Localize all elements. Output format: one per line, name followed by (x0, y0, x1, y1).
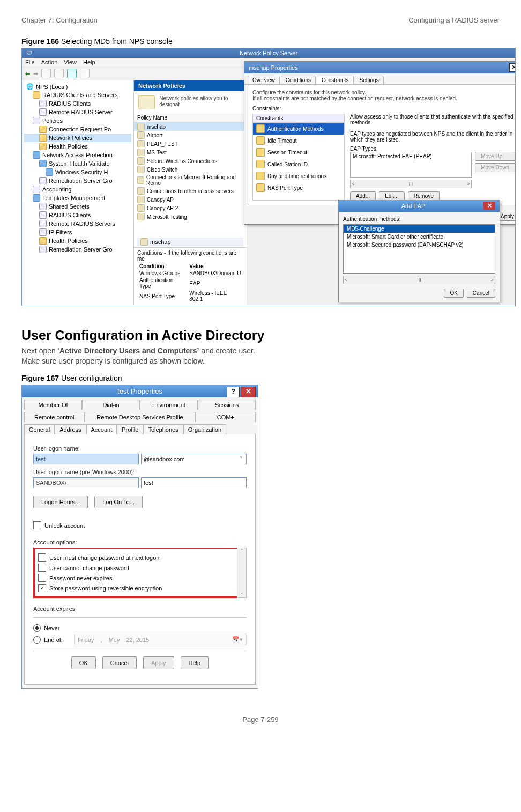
move-up-button[interactable]: Move Up (475, 152, 515, 161)
menu-help[interactable]: Help (83, 59, 95, 65)
tree-item[interactable]: Templates Management (24, 194, 131, 202)
toolbar-icon-3[interactable] (80, 69, 90, 78)
tab-conditions[interactable]: Conditions (281, 76, 316, 84)
ok-button[interactable]: OK (444, 289, 463, 298)
end-of-radio[interactable] (33, 636, 41, 644)
tree-item[interactable]: Remediation Server Gro (24, 245, 131, 254)
policy-item[interactable]: Connections to Microsoft Routing and Rem… (134, 174, 247, 187)
forward-icon[interactable]: ➡ (33, 70, 38, 77)
tree-item[interactable]: Remote RADIUS Server (24, 108, 131, 116)
tree-item[interactable]: RADIUS Clients (24, 211, 131, 219)
pre2000-user-input[interactable]: test (141, 477, 247, 488)
tab-settings[interactable]: Settings (355, 76, 384, 84)
policy-item[interactable]: Airport (134, 131, 247, 139)
tab-member-of[interactable]: Member Of (24, 400, 82, 410)
policy-item[interactable]: Canopy AP (134, 195, 247, 204)
tree-root[interactable]: 🌐NPS (Local) (24, 83, 131, 91)
logon-hours-button[interactable]: Logon Hours... (33, 496, 88, 508)
tab-organization[interactable]: Organization (183, 424, 226, 434)
eap-type-item[interactable]: Microsoft: Protected EAP (PEAP) (353, 153, 469, 159)
logon-domain-dropdown[interactable]: @sandbox.com (141, 454, 247, 464)
policy-item[interactable]: Connections to other access servers (134, 187, 247, 195)
close-icon[interactable]: ✕ (483, 202, 495, 210)
auth-methods-list[interactable]: MD5-Challenge Microsoft: Smart Card or o… (343, 224, 495, 274)
tree-item[interactable]: Policies (24, 116, 131, 125)
menu-file[interactable]: File (25, 59, 35, 65)
tab-rd-services-profile[interactable]: Remote Desktop Services Profile (85, 412, 196, 422)
policy-item[interactable]: Secure Wireless Connections (134, 157, 247, 165)
policy-item[interactable]: Canopy AP 2 (134, 204, 247, 212)
tab-environment[interactable]: Environment (140, 400, 198, 410)
opt-checkbox[interactable] (38, 553, 46, 562)
options-scrollbar[interactable]: ˄˅ (237, 548, 247, 598)
tab-overview[interactable]: Overview (248, 76, 280, 84)
tab-telephones[interactable]: Telephones (143, 424, 183, 434)
auth-method-mschap[interactable]: Microsoft: Secured password (EAP-MSCHAP … (344, 241, 495, 249)
tree-item-network-policies[interactable]: Network Policies (24, 134, 131, 142)
help-icon[interactable] (67, 69, 77, 78)
pre2000-domain-input[interactable]: SANDBOX\ (33, 477, 139, 488)
menu-action[interactable]: Action (41, 59, 58, 65)
never-radio[interactable] (33, 624, 41, 632)
menu-view[interactable]: View (64, 59, 77, 65)
toolbar-icon-1[interactable] (41, 69, 51, 78)
tree-item[interactable]: RADIUS Clients and Servers (24, 91, 131, 99)
cancel-button[interactable]: Cancel (467, 289, 495, 298)
opt-checkbox[interactable] (38, 564, 46, 572)
tab-profile[interactable]: Profile (117, 424, 143, 434)
back-icon[interactable]: ⬅ (25, 70, 30, 77)
tab-dial-in[interactable]: Dial-in (82, 400, 140, 410)
help-icon[interactable]: ? (227, 387, 240, 397)
selected-policy-pill[interactable]: mschap (137, 238, 243, 246)
tab-com-plus[interactable]: COM+ (196, 412, 256, 422)
close-icon[interactable]: ✕ (241, 387, 256, 397)
tree-item[interactable]: Network Access Protection (24, 151, 131, 159)
constraint-called-station[interactable]: Called Station ID (253, 158, 344, 170)
logon-name-input[interactable]: test (33, 454, 139, 464)
tree-item[interactable]: IP Filters (24, 228, 131, 237)
constraint-idle-timeout[interactable]: Idle Timeout (253, 135, 344, 146)
end-of-date-picker[interactable]: Friday , May 22, 2015 📅▾ (74, 634, 247, 645)
cancel-button[interactable]: Cancel (102, 656, 137, 669)
policy-item[interactable]: Microsoft Testing (134, 212, 247, 221)
tree-item[interactable]: Remote RADIUS Servers (24, 219, 131, 228)
tree-item[interactable]: Shared Secrets (24, 202, 131, 211)
constraint-session-timeout[interactable]: Session Timeout (253, 146, 344, 158)
ok-button[interactable]: OK (71, 656, 96, 669)
tab-account[interactable]: Account (86, 424, 117, 434)
help-button[interactable]: Help (181, 656, 209, 669)
tab-address[interactable]: Address (55, 424, 86, 434)
auth-method-md5[interactable]: MD5-Challenge (344, 225, 495, 233)
tree-item[interactable]: Health Policies (24, 237, 131, 245)
tab-constraints[interactable]: Constraints (317, 76, 354, 84)
auth-method-smartcard[interactable]: Microsoft: Smart Card or other certifica… (344, 233, 495, 241)
policy-item[interactable]: Cisco Switch (134, 165, 247, 174)
constraint-auth-methods[interactable]: Authentication Methods (253, 123, 344, 135)
tree-item[interactable]: RADIUS Clients (24, 99, 131, 108)
tree-item[interactable]: Connection Request Po (24, 125, 131, 134)
eap-hscroll[interactable]: <III> (350, 180, 472, 188)
close-icon[interactable]: ✕ (509, 63, 516, 72)
tree-item[interactable]: Remediation Server Gro (24, 176, 131, 185)
tab-general[interactable]: General (24, 424, 55, 434)
constraint-nas-port[interactable]: NAS Port Type (253, 182, 344, 194)
unlock-account-checkbox[interactable] (33, 521, 41, 529)
addeap-hscroll[interactable]: <III> (343, 276, 495, 284)
policy-item[interactable]: PEAP_TEST (134, 139, 247, 148)
toolbar-icon-2[interactable] (54, 69, 64, 78)
move-down-button[interactable]: Move Down (475, 163, 515, 172)
constraint-day-time[interactable]: Day and time restrictions (253, 170, 344, 182)
tab-sessions[interactable]: Sessions (198, 400, 256, 410)
policy-item-mschap[interactable]: mschap (134, 122, 247, 131)
logon-to-button[interactable]: Log On To... (94, 496, 143, 508)
tree-item[interactable]: Accounting (24, 185, 131, 194)
tree-item[interactable]: System Health Validato (24, 159, 131, 168)
policy-item[interactable]: MS-Test (134, 148, 247, 157)
apply-button[interactable]: Apply (143, 656, 174, 669)
eap-types-list[interactable]: Microsoft: Protected EAP (PEAP) (350, 152, 472, 178)
tree-item[interactable]: Windows Security H (24, 168, 131, 176)
opt-checkbox[interactable]: ✓ (38, 584, 46, 592)
tree-item[interactable]: Health Policies (24, 142, 131, 151)
tab-remote-control[interactable]: Remote control (24, 412, 85, 422)
opt-checkbox[interactable] (38, 574, 46, 582)
